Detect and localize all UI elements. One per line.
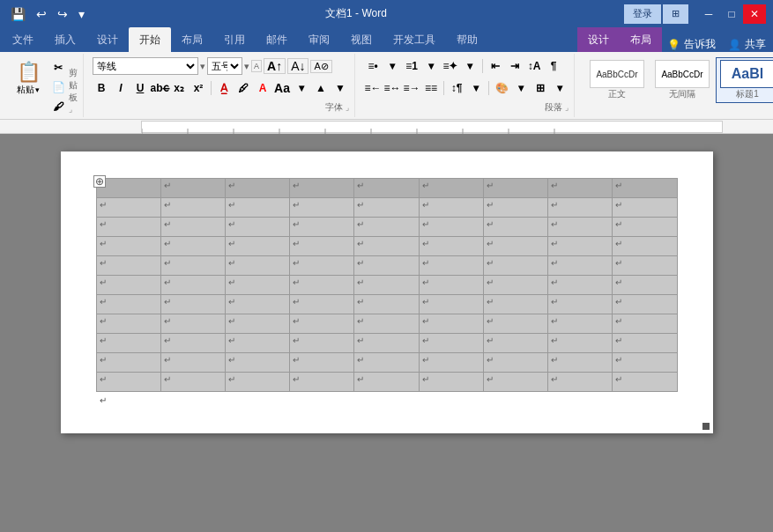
- share-area[interactable]: 👤 共享: [721, 37, 773, 52]
- decrease-font-btn2[interactable]: ▼: [331, 79, 349, 97]
- table-cell[interactable]: [548, 179, 613, 198]
- table-cell[interactable]: [419, 256, 483, 276]
- table-cell[interactable]: [419, 295, 483, 314]
- table-cell[interactable]: [419, 334, 483, 353]
- table-cell[interactable]: [96, 334, 160, 353]
- table-cell[interactable]: [548, 314, 613, 334]
- font-size-dropdown-icon[interactable]: ▾: [244, 61, 249, 72]
- table-cell[interactable]: [96, 353, 160, 373]
- font-expand[interactable]: ⌟: [346, 103, 349, 112]
- redo-icon[interactable]: ↪: [54, 5, 71, 23]
- font-case-button[interactable]: ▾: [293, 79, 310, 97]
- table-cell[interactable]: [419, 353, 483, 373]
- table-cell[interactable]: [290, 276, 354, 295]
- tab-table-design[interactable]: 设计: [577, 27, 620, 52]
- sort-btn[interactable]: ↕A: [525, 57, 543, 75]
- strikethrough-button[interactable]: abc̶: [151, 79, 168, 97]
- table-cell[interactable]: [96, 256, 160, 276]
- table-cell[interactable]: [548, 218, 613, 237]
- cut-button[interactable]: ✂: [49, 59, 67, 77]
- table-cell[interactable]: [548, 295, 613, 314]
- table-cell[interactable]: [483, 276, 547, 295]
- table-cell[interactable]: [225, 218, 289, 237]
- table-cell[interactable]: [225, 295, 289, 314]
- table-cell[interactable]: [354, 276, 419, 295]
- align-left-btn[interactable]: ≡←: [364, 79, 382, 97]
- table-row[interactable]: [96, 198, 677, 218]
- align-right-btn[interactable]: ≡→: [403, 79, 420, 97]
- table-cell[interactable]: [160, 373, 225, 392]
- table-cell[interactable]: [225, 353, 289, 373]
- table-cell[interactable]: [548, 373, 613, 392]
- tab-table-layout[interactable]: 布局: [620, 27, 662, 52]
- table-cell[interactable]: [419, 314, 483, 334]
- table-cell[interactable]: [160, 314, 225, 334]
- undo-icon[interactable]: ↩: [33, 5, 50, 23]
- increase-indent-btn[interactable]: ⇥: [506, 57, 524, 75]
- tab-design[interactable]: 设计: [86, 27, 129, 52]
- customize-icon[interactable]: ▾: [75, 5, 88, 23]
- table-cell[interactable]: [290, 218, 354, 237]
- restore-button[interactable]: □: [720, 4, 743, 24]
- table-cell[interactable]: [160, 218, 225, 237]
- tab-file[interactable]: 文件: [2, 27, 44, 52]
- table-row[interactable]: [96, 256, 677, 276]
- table-cell[interactable]: [290, 256, 354, 276]
- table-cell[interactable]: [160, 198, 225, 218]
- table-cell[interactable]: [613, 373, 677, 392]
- table-cell[interactable]: [225, 276, 289, 295]
- align-center-btn[interactable]: ≡↔: [383, 79, 401, 97]
- table-cell[interactable]: [354, 314, 419, 334]
- minimize-button[interactable]: ─: [697, 4, 720, 24]
- highlight-button[interactable]: 🖊: [234, 79, 252, 97]
- borders-dropdown[interactable]: ▾: [551, 79, 569, 97]
- paste-dropdown-icon[interactable]: ▾: [35, 85, 40, 94]
- table-cell[interactable]: [354, 237, 419, 256]
- table-cell[interactable]: [613, 295, 677, 314]
- table-cell[interactable]: [225, 334, 289, 353]
- table-cell[interactable]: [419, 179, 483, 198]
- show-marks-btn[interactable]: ¶: [545, 57, 562, 75]
- table-cell[interactable]: [160, 334, 225, 353]
- table-cell[interactable]: [160, 237, 225, 256]
- table-cell[interactable]: [419, 373, 483, 392]
- table-cell[interactable]: [483, 198, 547, 218]
- tab-mailings[interactable]: 邮件: [256, 27, 298, 52]
- table-cell[interactable]: [613, 276, 677, 295]
- table-cell[interactable]: [160, 256, 225, 276]
- table-cell[interactable]: [96, 198, 160, 218]
- table-cell[interactable]: [225, 256, 289, 276]
- table-cell[interactable]: [548, 198, 613, 218]
- table-cell[interactable]: [96, 179, 160, 198]
- multilevel-dropdown[interactable]: ▾: [461, 57, 479, 75]
- superscript-button[interactable]: x²: [190, 79, 207, 97]
- italic-button[interactable]: I: [112, 79, 130, 97]
- table-cell[interactable]: [419, 237, 483, 256]
- table-row[interactable]: [96, 295, 677, 314]
- font-color-button[interactable]: A: [254, 79, 271, 97]
- table-cell[interactable]: [483, 314, 547, 334]
- table-cell[interactable]: [225, 373, 289, 392]
- table-row[interactable]: [96, 373, 677, 392]
- table-cell[interactable]: [354, 256, 419, 276]
- numbering-btn[interactable]: ≡1: [403, 57, 420, 75]
- table-cell[interactable]: [96, 314, 160, 334]
- table-cell[interactable]: [354, 218, 419, 237]
- format-painter-button[interactable]: 🖌: [49, 98, 67, 115]
- table-cell[interactable]: [613, 198, 677, 218]
- table-cell[interactable]: [483, 256, 547, 276]
- font-dropdown-icon[interactable]: ▾: [200, 61, 205, 72]
- tab-view[interactable]: 视图: [340, 27, 383, 52]
- shading-btn[interactable]: 🎨: [493, 79, 510, 97]
- table-cell[interactable]: [160, 179, 225, 198]
- table-cell[interactable]: [613, 179, 677, 198]
- table-cell[interactable]: [483, 353, 547, 373]
- table-icon-btn[interactable]: ⊞: [663, 4, 688, 24]
- table-cell[interactable]: [354, 295, 419, 314]
- login-button[interactable]: 登录: [624, 4, 661, 24]
- table-cell[interactable]: [613, 256, 677, 276]
- clipboard-expand[interactable]: ⌟: [69, 105, 72, 114]
- table-cell[interactable]: [290, 198, 354, 218]
- table-cell[interactable]: [483, 218, 547, 237]
- table-resize-handle[interactable]: [702, 423, 710, 430]
